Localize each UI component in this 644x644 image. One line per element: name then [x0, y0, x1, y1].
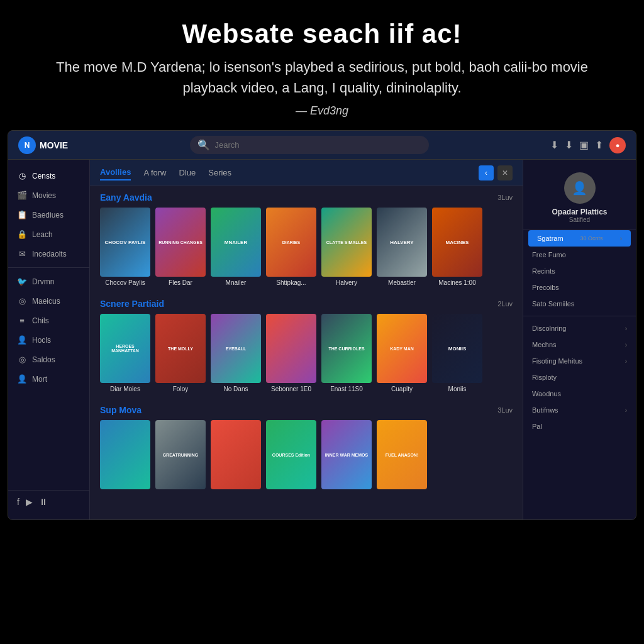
sidebar-bottom: f ▶ ⏸: [8, 490, 89, 513]
right-menu-discolnring[interactable]: Discolnring ›: [523, 320, 636, 336]
list-item[interactable]: Sebonner 1E0: [266, 314, 316, 392]
right-menu-sgatram[interactable]: Sgatram 30 Ocnts ›: [528, 230, 631, 247]
sidebar-item-saldos[interactable]: ◎ Saldos: [8, 350, 89, 369]
play-icon[interactable]: ▶: [26, 497, 33, 507]
menu-icon: ≡: [17, 316, 27, 325]
search-icon: 🔍: [197, 139, 210, 151]
list-item[interactable]: HALVERY Mebastler: [377, 208, 427, 286]
list-item[interactable]: MONIIS Moniis: [432, 314, 482, 392]
list-item[interactable]: GREATRUNNING: [155, 420, 206, 489]
right-menu-recints[interactable]: Recints: [523, 263, 636, 279]
movie-title: Sebonner 1E0: [266, 386, 316, 392]
list-item[interactable]: MACINES Macines 1:00: [432, 208, 482, 286]
nav-logo[interactable]: N MOVIE: [18, 136, 68, 154]
list-item[interactable]: [100, 420, 150, 489]
section3-date: 3Luv: [497, 406, 513, 414]
list-item[interactable]: EYEBALL No Dans: [211, 314, 261, 392]
sidebar-item-censts[interactable]: ◷ Censts: [8, 166, 89, 186]
list-item[interactable]: CLATTE SIMALLES Halvery: [321, 208, 372, 286]
sidebar: ◷ Censts 🎬 Movies 📋 Baediues 🔒 Leach ✉ I…: [8, 160, 90, 519]
list-item[interactable]: HEROES MANHATTAN Diar Moies: [100, 314, 150, 392]
movie-poster: THE MOLLY: [155, 314, 206, 383]
sidebar-item-leach[interactable]: 🔒 Leach: [8, 225, 89, 244]
list-item[interactable]: KADY MAN Cuapity: [377, 314, 427, 392]
logo-text: MOVIE: [40, 140, 68, 150]
section3-grid: GREATRUNNING COURSES Edition INNER WAR M…: [100, 420, 513, 489]
movie-title: Macines 1:00: [432, 279, 482, 286]
tab-close-button[interactable]: ✕: [497, 165, 513, 180]
tab-series[interactable]: Series: [208, 165, 231, 180]
sidebar-item-movies[interactable]: 🎬 Movies: [8, 186, 89, 205]
section-sup-mova: Sup Mova 3Luv GREATRUNNING COURSES Editi…: [90, 399, 523, 496]
profile-name: Opadar Plattics: [552, 208, 607, 216]
sidebar-item-maeicus[interactable]: ◎ Maeicus: [8, 291, 89, 311]
search-input[interactable]: [215, 140, 421, 150]
right-menu-pal[interactable]: Pal: [523, 418, 636, 435]
movie-title: No Dans: [211, 386, 261, 392]
right-menu-mechns[interactable]: Mechns ›: [523, 336, 636, 353]
movie-poster: COURSES Edition: [266, 420, 316, 489]
tab-avollies[interactable]: Avollies: [100, 165, 131, 180]
grid-icon[interactable]: ▣: [579, 139, 589, 151]
section2-grid: HEROES MANHATTAN Diar Moies THE MOLLY Fo…: [100, 314, 513, 392]
right-menu-precoibs[interactable]: Precoibs: [523, 279, 636, 296]
pause-icon[interactable]: ⏸: [39, 497, 48, 507]
tab-aforw[interactable]: A forw: [143, 165, 166, 180]
sort-icon[interactable]: ⬇: [565, 139, 573, 151]
list-item[interactable]: FUEL ANASON!: [377, 420, 427, 489]
chevron-icon: ›: [625, 407, 627, 414]
tab-prev-button[interactable]: ‹: [479, 165, 494, 180]
hero-subtitle: The move M.D Yardena; lo isenson's playb…: [38, 57, 606, 98]
right-menu-risploty[interactable]: Risploty: [523, 369, 636, 386]
app-window: N MOVIE 🔍 ⬇ ⬇ ▣ ⬆ ● ◷ Censts 🎬 Movies: [8, 130, 636, 520]
section1-grid: CHOCOV PAYLIS Chocov Paylis RUNNING CHAN…: [100, 208, 513, 286]
chevron-icon: ›: [625, 341, 627, 348]
sidebar-item-mort[interactable]: 👤 Mort: [8, 369, 89, 389]
content-area: Avollies A forw Dlue Series ‹ ✕ Eany Aav…: [90, 160, 523, 519]
avatar[interactable]: ●: [609, 137, 626, 153]
lock-icon: 🔒: [17, 230, 27, 239]
hero-title: Websate seach iif ac!: [38, 19, 606, 49]
tab-controls: ‹ ✕: [479, 165, 513, 180]
movie-poster: [266, 314, 316, 383]
movie-poster: CHOCOV PAYLIS: [100, 208, 150, 277]
list-item[interactable]: RUNNING CHANGES Fles Dar: [155, 208, 206, 286]
sidebar-item-incedaolts[interactable]: ✉ Incedaolts: [8, 244, 89, 264]
right-menu-butifnws[interactable]: Butifnws ›: [523, 402, 636, 418]
right-menu-free-fumo[interactable]: Free Fumo: [523, 247, 636, 263]
list-item[interactable]: COURSES Edition: [266, 420, 316, 489]
share-icon[interactable]: ⬆: [595, 139, 603, 151]
settings-icon: ◎: [17, 355, 27, 364]
tab-dlue[interactable]: Dlue: [179, 165, 196, 180]
list-item[interactable]: THE MOLLY Foloy: [155, 314, 206, 392]
movie-poster: DIARIES: [266, 208, 316, 277]
movie-poster: [211, 420, 261, 489]
section2-date: 2Luv: [497, 300, 513, 308]
movie-title: Mnailer: [211, 279, 261, 286]
sidebar-item-hocls[interactable]: 👤 Hocls: [8, 330, 89, 350]
list-item[interactable]: THE CURRIOLES Enast 11S0: [321, 314, 372, 392]
right-menu-fisoting[interactable]: Fisoting Mehitus ›: [523, 353, 636, 369]
list-item[interactable]: INNER WAR MEMOS: [321, 420, 372, 489]
facebook-icon[interactable]: f: [17, 497, 19, 507]
list-item[interactable]: MNAILER Mnailer: [211, 208, 261, 286]
movie-poster: HEROES MANHATTAN: [100, 314, 150, 383]
movie-title: Shtipkag...: [266, 279, 316, 286]
search-bar[interactable]: 🔍: [190, 136, 429, 154]
sidebar-item-drvmn[interactable]: 🐦 Drvmn: [8, 272, 89, 291]
sidebar-item-chils[interactable]: ≡ Chils: [8, 311, 89, 330]
right-menu-sato-semiiles[interactable]: Sato Semiiles: [523, 296, 636, 312]
movie-poster: EYEBALL: [211, 314, 261, 383]
download-icon[interactable]: ⬇: [550, 139, 558, 151]
person-icon: 👤: [17, 374, 27, 384]
list-item[interactable]: CHOCOV PAYLIS Chocov Paylis: [100, 208, 150, 286]
movie-poster: FUEL ANASON!: [377, 420, 427, 489]
list-item[interactable]: [211, 420, 261, 489]
movie-poster: MONIIS: [432, 314, 482, 383]
sidebar-item-baediues[interactable]: 📋 Baediues: [8, 205, 89, 225]
movie-poster: CLATTE SIMALLES: [321, 208, 372, 277]
list-item[interactable]: DIARIES Shtipkag...: [266, 208, 316, 286]
chevron-icon: ›: [625, 358, 627, 365]
section-eany-aavdia: Eany Aavdia 3Luv CHOCOV PAYLIS Chocov Pa…: [90, 186, 523, 292]
right-menu-waodnus[interactable]: Waodnus: [523, 386, 636, 402]
